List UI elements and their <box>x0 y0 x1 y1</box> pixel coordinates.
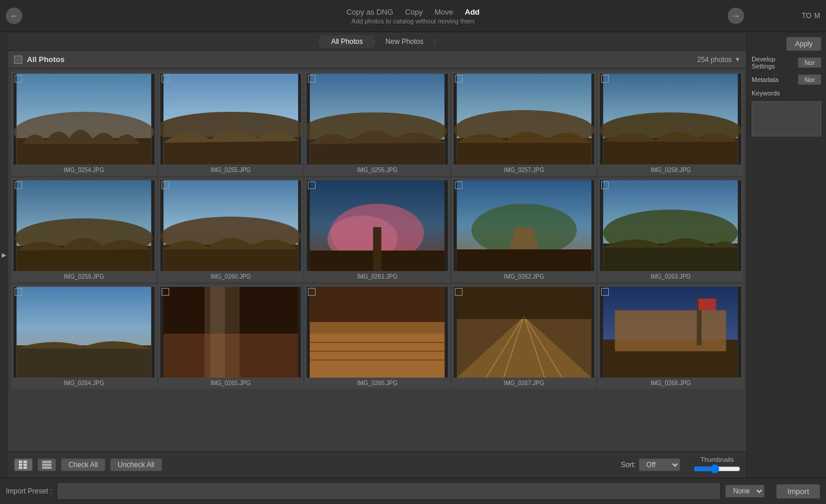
mode-add[interactable]: Add <box>465 8 479 16</box>
photo-count: 254 photos ▼ <box>697 56 741 64</box>
photo-thumbnail-13 <box>454 287 595 378</box>
top-bar-right: TO M <box>802 12 820 20</box>
list-item[interactable]: IMG_0254.JPG <box>11 71 157 176</box>
svg-rect-63 <box>23 464 27 466</box>
sort-area: Sort: Off Date Name <box>621 458 680 471</box>
keywords-input[interactable] <box>752 101 821 136</box>
photo-thumbnail-7 <box>307 180 448 271</box>
list-item[interactable]: IMG_0262.JPG <box>451 178 597 282</box>
count-dropdown-icon[interactable]: ▼ <box>735 56 741 63</box>
photo-label-10: IMG_0264.JPG <box>64 380 104 386</box>
import-preset-input[interactable] <box>58 484 719 499</box>
import-preset-dropdown[interactable]: None <box>725 485 765 498</box>
grid-header: All Photos 254 photos ▼ <box>8 51 746 68</box>
svg-rect-60 <box>19 461 22 463</box>
photo-thumbnail-5 <box>13 180 155 271</box>
photo-checkbox-10[interactable] <box>15 288 22 296</box>
photo-checkbox-0[interactable] <box>15 75 22 83</box>
nav-right-button[interactable]: → <box>728 8 744 24</box>
photo-checkbox-13[interactable] <box>455 288 462 296</box>
list-item[interactable]: IMG_0268.JPG <box>598 284 743 389</box>
develop-settings-value[interactable]: Nor <box>798 57 821 68</box>
photo-thumbnail-2 <box>307 74 448 164</box>
photo-row-3: IMG_0264.JPG IMG_0265.JPG <box>11 284 744 389</box>
photo-checkbox-11[interactable] <box>162 288 169 296</box>
check-all-button[interactable]: Check All <box>61 458 105 471</box>
svg-rect-68 <box>42 467 52 469</box>
list-item[interactable]: IMG_0258.JPG <box>598 71 743 176</box>
apply-button[interactable]: Apply <box>786 37 821 51</box>
mode-move[interactable]: Move <box>434 8 453 16</box>
sort-dropdown[interactable]: Off Date Name <box>639 458 680 471</box>
photo-thumbnail-0 <box>13 74 155 164</box>
photo-checkbox-6[interactable] <box>162 181 169 189</box>
list-item[interactable]: IMG_0256.JPG <box>304 71 450 176</box>
svg-rect-57 <box>615 310 726 351</box>
photo-checkbox-9[interactable] <box>601 181 609 189</box>
svg-rect-64 <box>19 467 22 469</box>
import-button[interactable]: Import <box>776 484 820 499</box>
mode-copy[interactable]: Copy <box>405 8 423 16</box>
photo-thumbnail-8 <box>454 180 595 271</box>
thumbnails-slider[interactable] <box>694 464 741 474</box>
mode-copy-dng[interactable]: Copy as DNG <box>347 8 393 16</box>
left-panel-arrow-icon: ▶ <box>2 252 6 258</box>
uncheck-all-button[interactable]: Uncheck All <box>110 458 162 471</box>
top-bar-subtitle: Add photos to catalog without moving the… <box>347 18 480 25</box>
list-view-button[interactable] <box>37 458 56 471</box>
list-item[interactable]: IMG_0263.JPG <box>598 178 743 282</box>
grid-view-button[interactable] <box>14 458 33 471</box>
photo-label-12: IMG_0266.JPG <box>357 380 397 386</box>
svg-rect-39 <box>163 334 298 378</box>
left-panel-toggle[interactable]: ▶ <box>0 32 8 478</box>
svg-rect-54 <box>457 287 591 319</box>
photo-checkbox-8[interactable] <box>455 181 462 189</box>
center-panel: | All Photos | New Photos | All Photos 2… <box>8 32 746 478</box>
photo-label-2: IMG_0256.JPG <box>357 167 397 173</box>
list-item[interactable]: IMG_0266.JPG <box>304 284 450 389</box>
photo-checkbox-14[interactable] <box>601 288 609 296</box>
right-panel: Apply Develop Settings Nor Metadata Nor … <box>746 32 826 478</box>
list-item[interactable]: IMG_0259.JPG <box>11 178 157 282</box>
grid-view-icon <box>19 461 28 469</box>
list-item[interactable]: IMG_0255.JPG <box>158 71 304 176</box>
photo-checkbox-7[interactable] <box>308 181 316 189</box>
photo-thumbnail-6 <box>160 180 301 271</box>
svg-marker-43 <box>310 334 444 378</box>
photo-label-11: IMG_0265.JPG <box>210 380 251 386</box>
photo-row-2: IMG_0259.JPG <box>11 177 744 283</box>
metadata-row: Metadata Nor <box>752 74 821 85</box>
nav-left-button[interactable]: ← <box>6 8 22 24</box>
tab-new-photos[interactable]: New Photos <box>375 35 434 48</box>
list-item[interactable]: IMG_0260.JPG <box>158 178 304 282</box>
photo-checkbox-2[interactable] <box>308 75 316 83</box>
metadata-label: Metadata <box>752 76 796 83</box>
svg-rect-67 <box>42 464 52 466</box>
list-item[interactable]: IMG_0267.JPG <box>451 284 597 389</box>
photo-row-1: IMG_0254.JPG <box>11 71 744 176</box>
list-item[interactable]: IMG_0257.JPG <box>451 71 597 176</box>
list-item[interactable]: IMG_0265.JPG <box>158 284 304 389</box>
import-preset-label: Import Preset : <box>6 487 52 495</box>
svg-rect-47 <box>310 287 444 322</box>
svg-rect-33 <box>604 244 738 271</box>
metadata-value[interactable]: Nor <box>798 74 821 85</box>
photo-thumbnail-11 <box>160 287 301 378</box>
photo-checkbox-12[interactable] <box>308 288 316 296</box>
photo-thumbnail-14 <box>600 287 741 378</box>
photo-label-7: IMG_0261.JPG <box>357 273 397 280</box>
photo-checkbox-1[interactable] <box>162 75 169 83</box>
thumbnails-label: Thumbnails <box>701 456 734 463</box>
select-all-checkbox[interactable] <box>14 56 22 64</box>
photo-checkbox-4[interactable] <box>601 75 609 83</box>
photo-label-6: IMG_0260.JPG <box>210 273 251 280</box>
list-item[interactable]: IMG_0264.JPG <box>11 284 157 389</box>
photo-checkbox-3[interactable] <box>455 75 462 83</box>
tab-all-photos[interactable]: All Photos <box>321 35 373 48</box>
list-view-icon <box>42 461 52 469</box>
photo-checkbox-5[interactable] <box>15 181 22 189</box>
list-item[interactable]: IMG_0261.JPG <box>304 178 450 282</box>
photo-thumbnail-10 <box>13 287 155 378</box>
photo-grid[interactable]: IMG_0254.JPG <box>8 68 746 451</box>
to-label: TO <box>802 12 811 20</box>
